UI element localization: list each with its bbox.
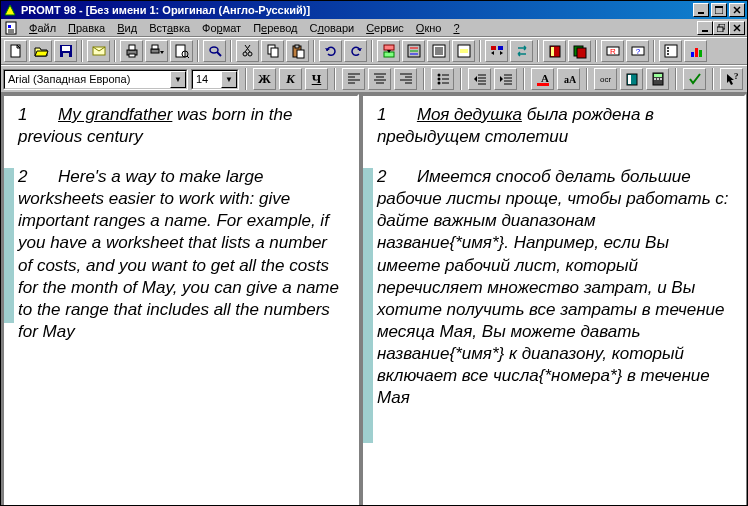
menu-dictionaries[interactable]: Словари (303, 21, 360, 35)
font-combo[interactable]: Arial (Западная Европа) ▼ (3, 69, 188, 90)
svg-rect-105 (537, 83, 549, 86)
menu-edit[interactable]: Правка (62, 21, 111, 35)
save-button[interactable] (54, 40, 77, 62)
svg-rect-74 (695, 48, 698, 57)
translate-para-button[interactable] (402, 40, 425, 62)
svg-rect-56 (460, 49, 468, 53)
size-combo[interactable]: 14 ▼ (191, 69, 239, 90)
print-button[interactable] (120, 40, 143, 62)
menu-window[interactable]: Окно (410, 21, 448, 35)
close-button[interactable] (729, 3, 745, 17)
copy-button[interactable] (261, 40, 284, 62)
svg-rect-7 (8, 25, 11, 28)
menu-insert[interactable]: Вставка (143, 21, 196, 35)
ocr-button[interactable]: ocr (594, 68, 617, 90)
find-button[interactable] (203, 40, 226, 62)
dict-button[interactable] (543, 40, 566, 62)
mdi-close-button[interactable] (729, 21, 745, 35)
print-dropdown-button[interactable] (145, 40, 168, 62)
paragraph-marker-icon (363, 168, 373, 443)
svg-rect-1 (698, 12, 704, 14)
svg-rect-69 (665, 45, 677, 57)
open-button[interactable] (29, 40, 52, 62)
title-bar: PROMT 98 - [Без имени 1: Оригинал (Англо… (1, 1, 747, 19)
unknown-button[interactable]: ? (626, 40, 649, 62)
underline-button[interactable]: Ч (305, 68, 328, 90)
document-icon[interactable] (3, 20, 19, 36)
menu-help[interactable]: ? (447, 21, 465, 35)
menu-bar: Файл Правка Вид Вставка Формат Перевод С… (1, 19, 747, 37)
outdent-button[interactable] (468, 68, 491, 90)
menu-file[interactable]: Файл (23, 21, 62, 35)
stats-button[interactable] (684, 40, 707, 62)
checkmark-button[interactable] (683, 68, 706, 90)
italic-button[interactable]: К (279, 68, 302, 90)
menu-service[interactable]: Сервис (360, 21, 410, 35)
workspace: 1My grandfather was born in the previous… (1, 93, 747, 506)
menu-format[interactable]: Формат (196, 21, 247, 35)
svg-text:aA: aA (564, 74, 576, 85)
svg-rect-25 (152, 45, 158, 49)
svg-rect-39 (295, 45, 299, 48)
char-button[interactable]: aA (557, 68, 580, 90)
svg-point-70 (667, 47, 669, 49)
translation-pane[interactable]: 1Моя дедушка была рождена в предыдущем с… (361, 94, 746, 506)
undo-button[interactable] (319, 40, 342, 62)
svg-point-71 (667, 50, 669, 52)
direction-button[interactable] (485, 40, 508, 62)
paste-button[interactable] (286, 40, 309, 62)
svg-rect-64 (577, 48, 586, 58)
chevron-down-icon[interactable]: ▼ (170, 71, 186, 88)
reserved-button[interactable]: R (601, 40, 624, 62)
window-title: PROMT 98 - [Без имени 1: Оригинал (Англо… (21, 4, 691, 16)
new-button[interactable] (4, 40, 27, 62)
svg-marker-94 (474, 76, 477, 82)
svg-line-31 (217, 52, 221, 56)
dict-lookup-button[interactable] (620, 68, 643, 90)
menu-translate[interactable]: Перевод (247, 21, 303, 35)
help-pointer-button[interactable]: ? (720, 68, 743, 90)
cut-button[interactable] (236, 40, 259, 62)
print-preview-button[interactable] (170, 40, 193, 62)
bullets-button[interactable] (431, 68, 454, 90)
chevron-down-icon[interactable]: ▼ (221, 71, 237, 88)
svg-rect-19 (63, 53, 69, 57)
svg-rect-73 (691, 52, 694, 57)
maximize-button[interactable] (711, 3, 727, 17)
font-color-button[interactable]: A (531, 68, 554, 90)
translate-down-button[interactable] (377, 40, 400, 62)
svg-rect-22 (129, 45, 135, 50)
svg-rect-75 (699, 50, 702, 57)
svg-rect-24 (151, 49, 159, 53)
mdi-minimize-button[interactable] (697, 21, 713, 35)
format-toolbar: Arial (Западная Европа) ▼ 14 ▼ Ж К Ч A a… (1, 65, 747, 93)
calc-button[interactable] (646, 68, 669, 90)
align-center-button[interactable] (368, 68, 391, 90)
mail-button[interactable] (87, 40, 110, 62)
options-button[interactable] (659, 40, 682, 62)
mdi-restore-button[interactable] (713, 21, 729, 35)
svg-rect-12 (717, 27, 723, 32)
swap-button[interactable] (510, 40, 533, 62)
svg-text:?: ? (635, 47, 640, 56)
dict2-button[interactable] (568, 40, 591, 62)
indent-button[interactable] (494, 68, 517, 90)
minimize-button[interactable] (693, 3, 709, 17)
align-right-button[interactable] (394, 68, 417, 90)
redo-button[interactable] (344, 40, 367, 62)
svg-marker-26 (160, 51, 164, 54)
source-pane[interactable]: 1My grandfather was born in the previous… (2, 94, 359, 506)
align-left-button[interactable] (342, 68, 365, 90)
svg-rect-58 (498, 46, 503, 50)
svg-text:?: ? (734, 72, 739, 81)
translate-all-button[interactable] (427, 40, 450, 62)
bold-button[interactable]: Ж (253, 68, 276, 90)
svg-text:A: A (541, 72, 549, 84)
svg-rect-18 (62, 46, 70, 51)
svg-rect-110 (654, 74, 662, 77)
font-name: Arial (Западная Европа) (8, 73, 130, 85)
translate-selection-button[interactable] (452, 40, 475, 62)
menu-view[interactable]: Вид (111, 21, 143, 35)
svg-point-92 (437, 82, 440, 85)
svg-marker-60 (500, 51, 503, 55)
